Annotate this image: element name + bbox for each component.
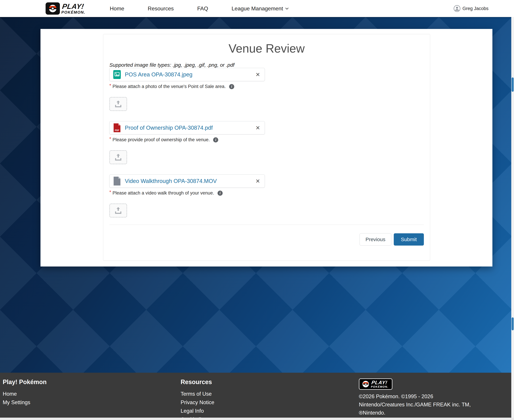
footer-brand-play-text: PLAY! (371, 380, 389, 385)
footer-play-pokemon-logo[interactable]: PLAY! POKÉMON. (359, 378, 392, 390)
chevron-down-icon (285, 6, 289, 11)
horizontal-scrollbar-track[interactable] (0, 418, 514, 420)
upload-group-proof-of-ownership: PDF Proof of Ownership OPA-30874.pdf × *… (109, 121, 424, 164)
nav-item-league-management[interactable]: League Management (232, 6, 289, 12)
pokeball-logo-icon (362, 381, 369, 387)
file-link[interactable]: POS Area OPA-30874.jpeg (125, 71, 192, 78)
pdf-file-icon: PDF (113, 123, 121, 132)
venue-review-card: Venue Review Supported image file types:… (103, 34, 430, 261)
footer-col-resources: Resources Terms of Use Privacy Notice Le… (181, 378, 359, 418)
form-divider (109, 225, 424, 225)
footer-link-privacy-notice[interactable]: Privacy Notice (181, 398, 359, 407)
footer-col-legal: PLAY! POKÉMON. ©2026 Pokémon. ©1995 - 20… (359, 378, 514, 418)
info-icon[interactable]: i (213, 137, 218, 142)
upload-dropzone[interactable] (109, 203, 127, 218)
copyright-line-2: Nintendo/Creatures Inc./GAME FREAK inc. … (359, 401, 514, 409)
generic-file-icon (113, 177, 121, 186)
nav-item-league-management-label: League Management (232, 6, 283, 12)
footer-col2-title: Resources (181, 378, 359, 386)
footer-col-play-pokemon: Play! Pokémon Home My Settings (3, 378, 181, 418)
caption-row: * Please attach a video walk through of … (109, 190, 424, 196)
required-asterisk: * (109, 136, 111, 142)
remove-file-button[interactable]: × (255, 124, 261, 131)
caption-row: * Please attach a photo of the venue's P… (109, 84, 424, 89)
top-navbar: PLAY! POKÉMON. Home Resources FAQ League… (0, 0, 514, 17)
upload-icon (114, 101, 122, 107)
copyright-line-1: ©2026 Pokémon. ©1995 - 2026 (359, 392, 514, 401)
upload-caption: Please attach a photo of the venue's Poi… (113, 84, 226, 89)
copyright-line-3: ®Nintendo. (359, 409, 514, 417)
file-chip-video-walkthrough: Video Walkthrough OPA-30874.MOV × (109, 174, 265, 188)
scrollbar-thumb[interactable] (512, 77, 514, 92)
page-footer: Play! Pokémon Home My Settings Resources… (0, 373, 514, 418)
footer-brand-text: PLAY! POKÉMON. (371, 380, 389, 388)
image-file-icon (113, 70, 121, 79)
footer-link-home[interactable]: Home (3, 390, 181, 398)
upload-caption: Please attach a video walk through of yo… (113, 190, 214, 196)
footer-col1-title: Play! Pokémon (3, 378, 181, 386)
footer-link-my-settings[interactable]: My Settings (3, 398, 181, 407)
user-menu[interactable]: Greg Jacobs (454, 5, 488, 12)
play-pokemon-logo[interactable]: PLAY! POKÉMON. (46, 2, 86, 15)
user-avatar-icon (454, 5, 460, 12)
upload-icon (114, 207, 122, 214)
upload-dropzone[interactable] (109, 97, 127, 111)
upload-group-pos-area: POS Area OPA-30874.jpeg × * Please attac… (109, 68, 424, 111)
upload-caption: Please provide proof of ownership of the… (113, 137, 210, 142)
caption-row: * Please provide proof of ownership of t… (109, 137, 424, 142)
remove-file-button[interactable]: × (255, 71, 261, 78)
brand-pokemon-text: POKÉMON. (61, 10, 86, 14)
submit-button[interactable]: Submit (394, 233, 424, 246)
content-wrapper: Venue Review Supported image file types:… (40, 29, 492, 267)
brand-text: PLAY! POKÉMON. (61, 3, 87, 14)
pokeball-logo-icon (46, 2, 60, 15)
copyright-text: ©2026 Pokémon. ©1995 - 2026 Nintendo/Cre… (359, 392, 514, 417)
nav-item-faq[interactable]: FAQ (197, 6, 208, 12)
form-actions: Previous Submit (109, 233, 424, 246)
footer-link-terms-of-use[interactable]: Terms of Use (181, 390, 359, 398)
checkered-background: Venue Review Supported image file types:… (0, 17, 514, 373)
info-icon[interactable]: i (218, 191, 223, 196)
brand-play-text: PLAY! (62, 3, 87, 10)
supported-file-types-note: Supported image file types: .jpg, .jpeg,… (109, 62, 424, 68)
svg-text:PDF: PDF (115, 129, 119, 132)
vertical-scrollbar-track[interactable] (511, 17, 514, 418)
scrollbar-thumb[interactable] (512, 317, 514, 330)
remove-file-button[interactable]: × (255, 178, 261, 185)
user-name: Greg Jacobs (463, 6, 488, 11)
required-asterisk: * (109, 83, 111, 88)
page-title: Venue Review (109, 42, 424, 55)
footer-link-legal-info[interactable]: Legal Info (181, 407, 359, 415)
primary-nav: Home Resources FAQ League Management (110, 6, 289, 12)
file-chip-proof-of-ownership: PDF Proof of Ownership OPA-30874.pdf × (109, 121, 265, 135)
required-asterisk: * (109, 190, 111, 195)
file-chip-pos-area: POS Area OPA-30874.jpeg × (109, 68, 265, 81)
info-icon[interactable]: i (229, 84, 234, 89)
nav-item-home[interactable]: Home (110, 6, 124, 12)
upload-dropzone[interactable] (109, 150, 127, 164)
upload-group-video-walkthrough: Video Walkthrough OPA-30874.MOV × * Plea… (109, 174, 424, 218)
nav-item-resources[interactable]: Resources (148, 6, 174, 12)
upload-icon (114, 154, 122, 161)
footer-brand-pokemon-text: POKÉMON. (371, 385, 389, 388)
file-link[interactable]: Video Walkthrough OPA-30874.MOV (125, 178, 217, 184)
previous-button[interactable]: Previous (360, 233, 391, 246)
file-link[interactable]: Proof of Ownership OPA-30874.pdf (125, 125, 213, 131)
